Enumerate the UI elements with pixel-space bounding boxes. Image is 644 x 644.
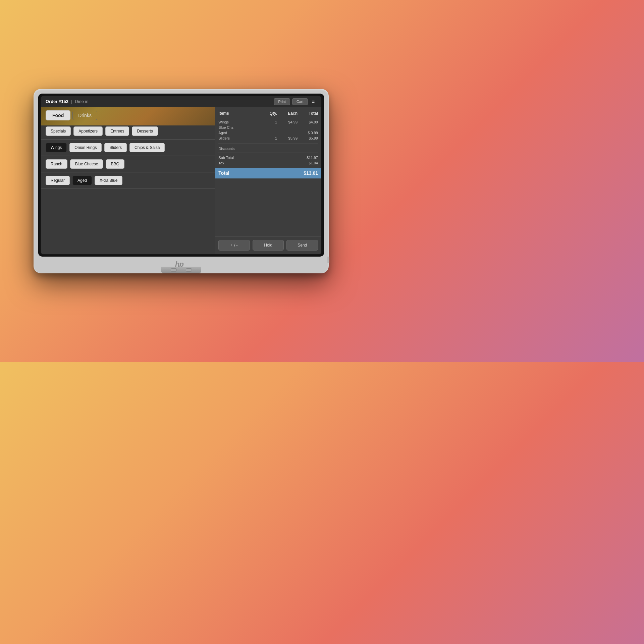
order-row-bluechz[interactable]: Blue Chz — [218, 125, 318, 130]
print-button[interactable]: Print — [274, 98, 290, 105]
tab-row: Food Drinks — [41, 107, 215, 123]
item-each-wings: $4.99 — [278, 120, 298, 124]
category-section-2: Wings Onion Rings Sliders Chips & Salsa — [41, 140, 215, 156]
action-buttons: + / - Hold Send — [215, 236, 321, 254]
bbq-button[interactable]: BBQ — [106, 159, 124, 169]
tax-row: Tax $1.04 — [218, 160, 318, 166]
appetizers-button[interactable]: Appetizers — [73, 126, 103, 136]
tab-food[interactable]: Food — [46, 110, 70, 120]
left-panel: Food Drinks Specials Appetizers Entrees … — [41, 107, 215, 254]
item-qty-aged — [258, 131, 277, 135]
total-label: Total — [218, 170, 229, 176]
right-panel: Items Qty. Each Total Wings 1 $4.99 $4.9… — [215, 107, 321, 254]
cart-button[interactable]: Cart — [292, 98, 308, 105]
total-row: Total $13.01 — [215, 168, 321, 178]
regular-button[interactable]: Regular — [46, 176, 70, 185]
monitor-shell: Order #152 | Dine in Print Cart ≡ Fo — [34, 89, 329, 273]
plus-minus-button[interactable]: + / - — [218, 240, 250, 251]
header-divider: | — [71, 99, 72, 104]
xtra-blue-button[interactable]: X-tra Blue — [95, 176, 122, 185]
category-row-2: Wings Onion Rings Sliders Chips & Salsa — [46, 141, 210, 154]
screen: Order #152 | Dine in Print Cart ≡ Fo — [41, 96, 321, 254]
send-button[interactable]: Send — [286, 240, 318, 251]
subtotal-label: Sub Total — [218, 156, 234, 160]
item-name-wings: Wings — [218, 120, 257, 124]
total-value: $13.01 — [304, 170, 318, 176]
col-items: Items — [218, 111, 257, 116]
col-each: Each — [278, 111, 298, 116]
item-each-sliders: $5.99 — [278, 136, 298, 140]
col-qty: Qty. — [258, 111, 277, 116]
side-button[interactable] — [327, 257, 329, 263]
hold-button[interactable]: Hold — [253, 240, 284, 251]
desserts-button[interactable]: Desserts — [132, 126, 158, 136]
monitor-stand — [161, 267, 201, 273]
order-number: Order #152 — [46, 99, 68, 104]
discounts-row: Discounts — [218, 144, 318, 153]
main-content: Food Drinks Specials Appetizers Entrees … — [41, 107, 321, 254]
item-total-bluechz — [299, 125, 318, 129]
category-row-1: Specials Appetizers Entrees Desserts — [46, 125, 210, 138]
order-row-wings[interactable]: Wings 1 $4.99 $4.99 — [218, 119, 318, 125]
stand-btn-right — [186, 268, 192, 272]
sliders-button[interactable]: Sliders — [104, 143, 127, 152]
order-info: Order #152 | Dine in — [46, 99, 89, 104]
item-name-aged: Aged — [218, 131, 257, 135]
category-row-3: Ranch Blue Cheese BBQ — [46, 158, 210, 170]
subtotal-row: Sub Total $11.97 — [218, 155, 318, 160]
screen-bezel: Order #152 | Dine in Print Cart ≡ Fo — [38, 94, 324, 257]
chips-salsa-button[interactable]: Chips & Salsa — [129, 143, 165, 152]
item-total-sliders: $5.99 — [299, 136, 318, 140]
category-row-4: Regular Aged X-tra Blue — [46, 174, 210, 187]
tax-value: $1.04 — [309, 161, 318, 165]
entrees-button[interactable]: Entrees — [105, 126, 129, 136]
category-section-3: Ranch Blue Cheese BBQ — [41, 156, 215, 172]
header-bar: Order #152 | Dine in Print Cart ≡ — [41, 96, 321, 107]
category-section-4: Regular Aged X-tra Blue — [41, 172, 215, 189]
specials-button[interactable]: Specials — [46, 126, 71, 136]
item-total-wings: $4.99 — [299, 120, 318, 124]
tab-drinks[interactable]: Drinks — [72, 111, 97, 120]
stand-btn-left — [171, 268, 177, 272]
item-name-sliders: Sliders — [218, 136, 257, 140]
aged-button[interactable]: Aged — [72, 176, 92, 185]
discounts-label: Discounts — [218, 147, 234, 151]
item-name-bluechz: Blue Chz — [218, 125, 257, 129]
item-qty-bluechz — [258, 125, 277, 129]
summary-section: Sub Total $11.97 Tax $1.04 — [218, 153, 318, 168]
order-row-sliders[interactable]: Sliders 1 $5.99 $5.99 — [218, 136, 318, 141]
table-header: Items Qty. Each Total — [218, 110, 318, 118]
menu-icon[interactable]: ≡ — [310, 98, 317, 105]
onion-rings-button[interactable]: Onion Rings — [69, 143, 102, 152]
order-table: Items Qty. Each Total Wings 1 $4.99 $4.9… — [215, 107, 321, 236]
order-row-aged[interactable]: Aged $ 0.99 — [218, 130, 318, 136]
header-buttons: Print Cart ≡ — [274, 98, 317, 105]
item-qty-wings: 1 — [258, 120, 277, 124]
category-section-1: Specials Appetizers Entrees Desserts — [41, 123, 215, 140]
ranch-button[interactable]: Ranch — [46, 159, 67, 169]
item-each-bluechz — [278, 125, 298, 129]
subtotal-value: $11.97 — [307, 156, 318, 160]
item-each-aged — [278, 131, 298, 135]
col-total: Total — [299, 111, 318, 116]
dine-in-label: Dine in — [75, 99, 88, 104]
wings-button[interactable]: Wings — [46, 143, 67, 152]
item-total-aged: $ 0.99 — [299, 131, 318, 135]
item-qty-sliders: 1 — [258, 136, 277, 140]
tax-label: Tax — [218, 161, 224, 165]
blue-cheese-button[interactable]: Blue Cheese — [70, 159, 103, 169]
